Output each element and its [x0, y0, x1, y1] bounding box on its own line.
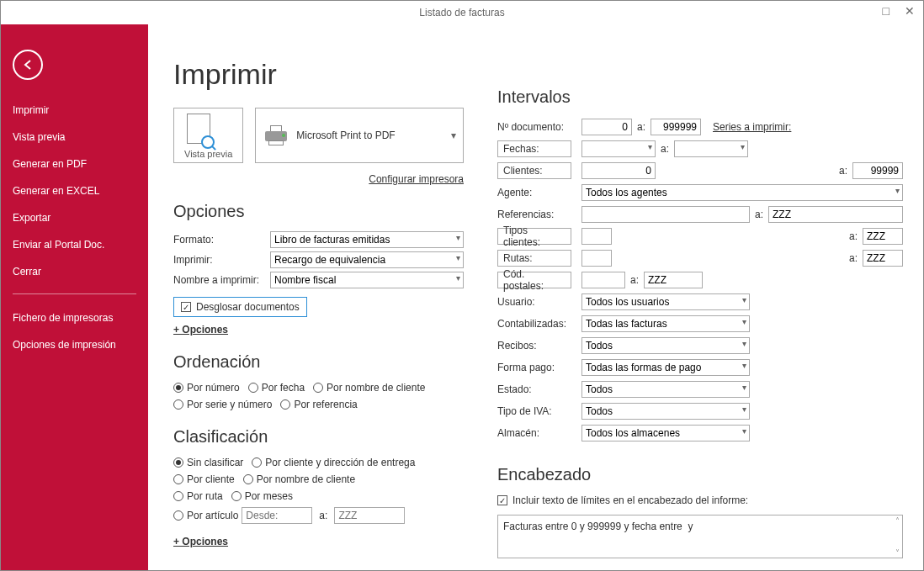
clasificacion-heading: Clasificación [173, 427, 464, 447]
tipos-clientes-button[interactable]: Tipos clientes: [497, 228, 571, 245]
fechas-to-input[interactable] [674, 140, 748, 157]
articulo-hasta-input[interactable] [334, 507, 405, 524]
sidebar-item-vista-previa[interactable]: Vista previa [1, 124, 148, 151]
radio-por-cliente[interactable]: Por cliente [173, 473, 235, 485]
sidebar-item-generar-excel[interactable]: Generar en EXCEL [1, 177, 148, 204]
document-preview-icon [184, 114, 213, 147]
encabezado-textarea[interactable] [497, 515, 903, 558]
articulo-a-label: a: [319, 510, 327, 521]
cp-to-input[interactable] [644, 272, 703, 288]
referencias-to-input[interactable] [768, 206, 903, 223]
radio-sin-clasificar[interactable]: Sin clasificar [173, 457, 243, 468]
nombre-select[interactable]: Nombre fiscal [270, 272, 464, 288]
formapago-select[interactable]: Todas las formas de pago [581, 359, 750, 376]
articulo-desde-input[interactable] [242, 507, 312, 524]
usuario-row: Usuario: Todos los usuarios [497, 293, 903, 310]
tipos-to-input[interactable] [863, 228, 903, 245]
rutas-button[interactable]: Rutas: [497, 250, 571, 267]
series-imprimir-link[interactable]: Series a imprimir: [713, 121, 791, 133]
referencias-label: Referencias: [497, 209, 581, 220]
sidebar-item-opciones-impresion[interactable]: Opciones de impresión [1, 331, 148, 358]
sidebar-item-imprimir[interactable]: Imprimir [1, 97, 148, 124]
ndoc-from-input[interactable] [581, 119, 632, 135]
rutas-from-input[interactable] [581, 250, 612, 267]
encabezado-check-row[interactable]: Incluir texto de límites en el encabezad… [497, 494, 903, 506]
radio-por-nombre-cliente-c[interactable]: Por nombre de cliente [243, 473, 355, 485]
referencias-from-input[interactable] [581, 206, 750, 223]
sidebar-item-cerrar[interactable]: Cerrar [1, 258, 148, 285]
almacen-select[interactable]: Todos los almacenes [581, 425, 750, 441]
ndoc-to-input[interactable] [651, 119, 701, 135]
referencias-a-label: a: [755, 209, 763, 220]
radio-por-fecha[interactable]: Por fecha [248, 382, 305, 394]
almacen-row: Almacén: Todos los almacenes [497, 425, 903, 441]
contabilizadas-select[interactable]: Todas las facturas [581, 315, 750, 332]
radio-por-numero[interactable]: Por número [173, 382, 240, 394]
usuario-select[interactable]: Todos los usuarios [581, 293, 750, 310]
recibos-label: Recibos: [497, 340, 581, 352]
sidebar-divider [13, 293, 136, 294]
formapago-row: Forma pago: Todas las formas de pago [497, 359, 903, 376]
printer-select[interactable]: Microsoft Print to PDF ▾ [255, 108, 464, 163]
tipoiva-row: Tipo de IVA: Todos [497, 403, 903, 420]
chevron-down-icon: ▾ [451, 130, 456, 141]
fechas-from-input[interactable] [581, 140, 656, 157]
radio-por-nombre-cliente[interactable]: Por nombre de cliente [313, 382, 425, 394]
close-icon[interactable]: ✕ [901, 4, 918, 18]
clasificacion-mas-opciones-link[interactable]: + Opciones [173, 536, 228, 547]
scroll-up-icon[interactable]: ˄ [895, 516, 900, 526]
clientes-to-input[interactable] [852, 162, 903, 179]
fechas-button[interactable]: Fechas: [497, 140, 571, 157]
desglosar-checkbox[interactable] [181, 302, 191, 312]
rutas-to-input[interactable] [863, 250, 903, 267]
clientes-button[interactable]: Clientes: [497, 162, 571, 179]
vista-previa-button[interactable]: Vista previa [173, 108, 243, 163]
radio-por-meses[interactable]: Por meses [231, 490, 293, 502]
clientes-from-input[interactable] [581, 162, 656, 179]
radio-por-cliente-direccion[interactable]: Por cliente y dirección de entrega [252, 457, 415, 468]
sidebar-item-generar-pdf[interactable]: Generar en PDF [1, 151, 148, 177]
maximize-icon[interactable]: □ [879, 4, 893, 18]
ndoc-a-label: a: [637, 121, 645, 133]
clientes-row: Clientes: a: [497, 162, 903, 179]
formato-row: Formato: Libro de facturas emitidas [173, 231, 464, 248]
opciones-heading: Opciones [173, 202, 464, 221]
cp-from-input[interactable] [581, 272, 625, 288]
tipoiva-select[interactable]: Todos [581, 403, 750, 420]
encabezado-checkbox[interactable] [497, 495, 507, 505]
agente-row: Agente: Todos los agentes [497, 184, 903, 201]
arrow-left-icon [21, 58, 35, 71]
radio-por-serie-numero[interactable]: Por serie y número [173, 399, 272, 410]
configurar-impresora-link[interactable]: Configurar impresora [173, 173, 464, 185]
ordenacion-heading: Ordenación [173, 352, 464, 372]
left-column: Imprimir Vista previa Microsoft Print to… [173, 41, 464, 562]
rutas-row: Rutas: a: [497, 250, 903, 267]
rutas-a-label: a: [849, 252, 858, 264]
imprimir-row: Imprimir: Recargo de equivalencia [173, 251, 464, 268]
radio-por-referencia[interactable]: Por referencia [280, 399, 357, 410]
recibos-select[interactable]: Todos [581, 337, 750, 354]
nombre-label: Nombre a imprimir: [173, 274, 270, 286]
contabilizadas-label: Contabilizadas: [497, 318, 581, 330]
back-button[interactable] [13, 50, 43, 80]
fechas-row: Fechas: a: [497, 140, 903, 157]
desglosar-checkbox-row[interactable]: Desglosar documentos [173, 297, 307, 317]
scroll-down-icon[interactable]: ˅ [895, 548, 900, 558]
sidebar-item-exportar[interactable]: Exportar [1, 204, 148, 231]
formato-select[interactable]: Libro de facturas emitidas [270, 231, 464, 248]
desglosar-label: Desglosar documentos [196, 301, 300, 313]
mas-opciones-link[interactable]: + Opciones [173, 324, 228, 336]
fechas-a-label: a: [661, 143, 669, 155]
cod-postales-button[interactable]: Cód. postales: [497, 272, 571, 288]
sidebar-item-enviar-portal[interactable]: Enviar al Portal Doc. [1, 231, 148, 258]
imprimir-select[interactable]: Recargo de equivalencia [270, 251, 464, 268]
sidebar-item-fichero-impresoras[interactable]: Fichero de impresoras [1, 304, 148, 331]
radio-por-ruta[interactable]: Por ruta [173, 490, 223, 502]
agente-select[interactable]: Todos los agentes [581, 184, 903, 201]
tipoiva-label: Tipo de IVA: [497, 405, 581, 417]
radio-por-articulo[interactable]: Por artículo a: [173, 507, 405, 524]
estado-select[interactable]: Todos [581, 381, 750, 398]
ndoc-label: Nº documento: [497, 121, 581, 133]
printer-icon [264, 126, 288, 145]
tipos-from-input[interactable] [581, 228, 612, 245]
